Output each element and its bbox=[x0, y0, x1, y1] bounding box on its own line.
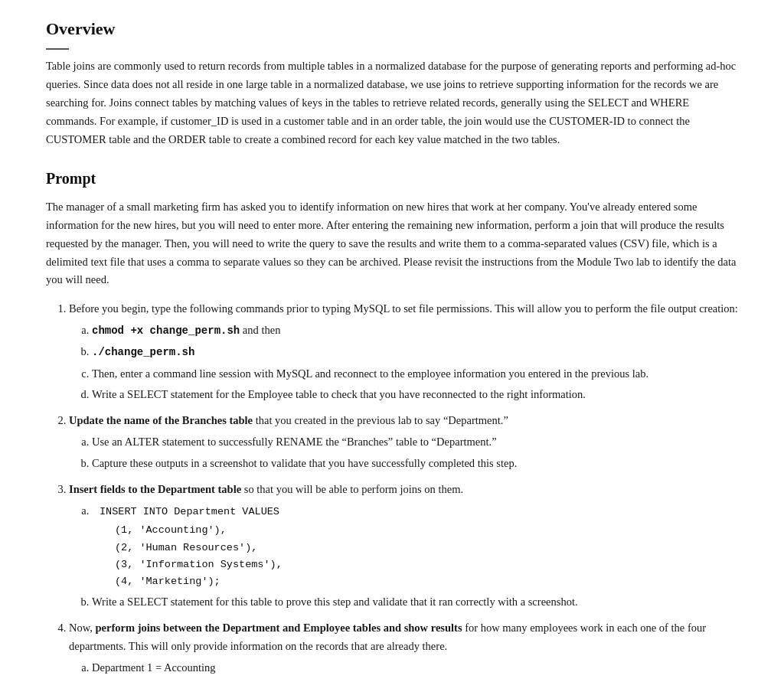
step-1d: Write a SELECT statement for the Employe… bbox=[92, 386, 738, 404]
step-4a-text: Department 1 = Accounting bbox=[92, 661, 216, 674]
step-1c: Then, enter a command line session with … bbox=[92, 365, 738, 383]
overview-title: Overview bbox=[46, 15, 738, 42]
step-4: Now, perform joins between the Departmen… bbox=[69, 619, 738, 682]
step-2b: Capture these outputs in a screenshot to… bbox=[92, 455, 738, 473]
step-1b-code: ./change_perm.sh bbox=[92, 346, 194, 358]
step-2: Update the name of the Branches table th… bbox=[69, 412, 738, 473]
step-3-sublist: INSERT INTO Department VALUES (1, 'Accou… bbox=[92, 502, 738, 612]
step-1-sublist: chmod +x change_perm.sh and then ./chang… bbox=[92, 321, 738, 404]
step-3-bold: Insert fields to the Department table bbox=[69, 483, 241, 495]
step-2-text: that you created in the previous lab to … bbox=[256, 414, 508, 426]
step-3b: Write a SELECT statement for this table … bbox=[92, 593, 738, 612]
step-2-bold: Update the name of the Branches table bbox=[69, 414, 253, 426]
step-1d-text: Write a SELECT statement for the Employe… bbox=[92, 388, 586, 400]
overview-body: Table joins are commonly used to return … bbox=[46, 57, 738, 149]
step-1a-text: and then bbox=[243, 324, 281, 336]
step-3b-text: Write a SELECT statement for this table … bbox=[92, 596, 578, 608]
steps-list: Before you begin, type the following com… bbox=[69, 300, 738, 682]
overview-divider bbox=[46, 48, 69, 50]
step-1a-code: chmod +x change_perm.sh bbox=[92, 325, 240, 337]
prompt-intro: The manager of a small marketing firm ha… bbox=[46, 198, 738, 290]
step-3a-values: (1, 'Accounting'), (2, 'Human Resources'… bbox=[100, 522, 738, 590]
step-1a: chmod +x change_perm.sh and then bbox=[92, 321, 738, 340]
step-1c-text: Then, enter a command line session with … bbox=[92, 367, 648, 380]
step-4-sublist: Department 1 = Accounting Command: selec… bbox=[92, 659, 738, 682]
step-1: Before you begin, type the following com… bbox=[69, 300, 738, 404]
step-2b-text: Capture these outputs in a screenshot to… bbox=[92, 457, 517, 469]
step-2-sublist: Use an ALTER statement to successfully R… bbox=[92, 433, 738, 473]
prompt-title: Prompt bbox=[46, 166, 738, 191]
step-3a-code: INSERT INTO Department VALUES (1, 'Accou… bbox=[92, 504, 738, 590]
step-3a: INSERT INTO Department VALUES (1, 'Accou… bbox=[92, 502, 738, 590]
step-4a: Department 1 = Accounting Command: selec… bbox=[92, 659, 738, 682]
step-4-bold: perform joins between the Department and… bbox=[96, 622, 462, 634]
step-2a-text: Use an ALTER statement to successfully R… bbox=[92, 436, 497, 448]
step-2a: Use an ALTER statement to successfully R… bbox=[92, 433, 738, 452]
step-3: Insert fields to the Department table so… bbox=[69, 481, 738, 612]
step-1b: ./change_perm.sh bbox=[92, 343, 738, 361]
step-1-text: Before you begin, type the following com… bbox=[69, 302, 738, 315]
step-3-text: so that you will be able to perform join… bbox=[244, 483, 463, 495]
step-4-prefix: Now, bbox=[69, 622, 96, 634]
